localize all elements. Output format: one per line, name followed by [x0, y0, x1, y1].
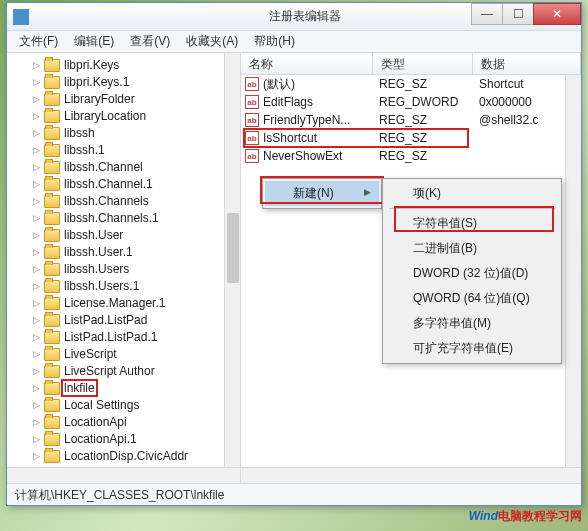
list-scrollbar[interactable] — [565, 75, 581, 467]
menu-fav[interactable]: 收藏夹(A) — [180, 31, 244, 52]
folder-icon — [44, 195, 60, 208]
expand-icon[interactable]: ▷ — [31, 400, 42, 411]
tree-item[interactable]: ▷LocationDisp.CivicAddr — [31, 448, 240, 464]
tree-item[interactable]: ▷libssh — [31, 125, 240, 141]
list-row[interactable]: ab(默认)REG_SZShortcut — [241, 75, 581, 93]
expand-icon[interactable]: ▷ — [31, 179, 42, 190]
menu-view[interactable]: 查看(V) — [124, 31, 176, 52]
menu-item-new[interactable]: 新建(N) ▶ — [265, 181, 379, 206]
tree-item[interactable]: ▷LocationApi.1 — [31, 431, 240, 447]
expand-icon[interactable]: ▷ — [31, 298, 42, 309]
reg-string-icon: ab — [245, 131, 259, 145]
expand-icon[interactable]: ▷ — [31, 111, 42, 122]
expand-icon[interactable]: ▷ — [31, 162, 42, 173]
tree-hscrollbar[interactable] — [7, 467, 240, 483]
submenu-item[interactable]: DWORD (32 位)值(D) — [385, 261, 559, 286]
expand-icon[interactable]: ▷ — [31, 281, 42, 292]
folder-icon — [44, 144, 60, 157]
expand-icon[interactable]: ▷ — [31, 77, 42, 88]
menu-help[interactable]: 帮助(H) — [248, 31, 301, 52]
titlebar[interactable]: 注册表编辑器 — ☐ ✕ — [7, 3, 581, 31]
folder-icon — [44, 229, 60, 242]
submenu-item[interactable]: QWORD (64 位)值(Q) — [385, 286, 559, 311]
expand-icon[interactable]: ▷ — [31, 451, 42, 462]
tree-item[interactable]: ▷libssh.Users — [31, 261, 240, 277]
tree-item[interactable]: ▷libssh.Channel.1 — [31, 176, 240, 192]
expand-icon[interactable]: ▷ — [31, 145, 42, 156]
row-type: REG_SZ — [379, 77, 479, 91]
tree-item[interactable]: ▷libssh.Channels.1 — [31, 210, 240, 226]
tree-item[interactable]: ▷libssh.User.1 — [31, 244, 240, 260]
tree-item[interactable]: ▷libpri.Keys — [31, 57, 240, 73]
submenu-item[interactable]: 二进制值(B) — [385, 236, 559, 261]
submenu-item[interactable]: 字符串值(S) — [385, 211, 559, 236]
list-row[interactable]: abNeverShowExtREG_SZ — [241, 147, 581, 165]
list-row[interactable]: abFriendlyTypeN...REG_SZ@shell32.c — [241, 111, 581, 129]
statusbar: 计算机\HKEY_CLASSES_ROOT\lnkfile — [7, 483, 581, 505]
tree-item[interactable]: ▷LiveScript — [31, 346, 240, 362]
tree-scrollbar[interactable] — [224, 53, 240, 483]
tree-item[interactable]: ▷License.Manager.1 — [31, 295, 240, 311]
close-button[interactable]: ✕ — [533, 3, 581, 25]
col-name[interactable]: 名称 — [241, 53, 373, 74]
expand-icon[interactable]: ▷ — [31, 366, 42, 377]
menubar: 文件(F) 编辑(E) 查看(V) 收藏夹(A) 帮助(H) — [7, 31, 581, 53]
expand-icon[interactable]: ▷ — [31, 247, 42, 258]
tree-item[interactable]: ▷libpri.Keys.1 — [31, 74, 240, 90]
expand-icon[interactable]: ▷ — [31, 196, 42, 207]
expand-icon[interactable]: ▷ — [31, 213, 42, 224]
tree-item[interactable]: ▷lnkfile — [31, 380, 240, 396]
submenu-item[interactable]: 多字符串值(M) — [385, 311, 559, 336]
tree-item-label: libssh.Users — [64, 262, 129, 276]
tree-item-label: LiveScript Author — [64, 364, 155, 378]
expand-icon[interactable]: ▷ — [31, 264, 42, 275]
tree-item[interactable]: ▷libssh.Channel — [31, 159, 240, 175]
submenu-item[interactable]: 项(K) — [385, 181, 559, 206]
expand-icon[interactable]: ▷ — [31, 128, 42, 139]
tree-item[interactable]: ▷ListPad.ListPad — [31, 312, 240, 328]
reg-string-icon: ab — [245, 149, 259, 163]
folder-icon — [44, 212, 60, 225]
tree-item-label: LiveScript — [64, 347, 117, 361]
context-submenu[interactable]: 项(K)字符串值(S)二进制值(B)DWORD (32 位)值(D)QWORD … — [382, 178, 562, 364]
expand-icon[interactable]: ▷ — [31, 349, 42, 360]
tree-item[interactable]: ▷libssh.User — [31, 227, 240, 243]
tree-item[interactable]: ▷LiveScript Author — [31, 363, 240, 379]
list-row[interactable]: abEditFlagsREG_DWORD0x000000 — [241, 93, 581, 111]
maximize-button[interactable]: ☐ — [502, 3, 534, 25]
expand-icon[interactable]: ▷ — [31, 230, 42, 241]
menu-file[interactable]: 文件(F) — [13, 31, 64, 52]
list-hscrollbar[interactable] — [241, 467, 581, 483]
tree-item[interactable]: ▷libssh.Channels — [31, 193, 240, 209]
tree-item-label: LocationDisp.CivicAddr — [64, 449, 188, 463]
expand-icon[interactable]: ▷ — [31, 94, 42, 105]
tree-item-label: LibraryLocation — [64, 109, 146, 123]
tree-item[interactable]: ▷libssh.1 — [31, 142, 240, 158]
expand-icon[interactable]: ▷ — [31, 60, 42, 71]
col-type[interactable]: 类型 — [373, 53, 473, 74]
tree-item[interactable]: ▷LibraryLocation — [31, 108, 240, 124]
list-row[interactable]: abIsShortcutREG_SZ — [241, 129, 581, 147]
folder-icon — [44, 314, 60, 327]
expand-icon[interactable]: ▷ — [31, 417, 42, 428]
minimize-button[interactable]: — — [471, 3, 503, 25]
expand-icon[interactable]: ▷ — [31, 383, 42, 394]
expand-icon[interactable]: ▷ — [31, 332, 42, 343]
context-menu-new[interactable]: 新建(N) ▶ — [262, 178, 382, 209]
expand-icon[interactable]: ▷ — [31, 434, 42, 445]
tree-item[interactable]: ▷LocationApi — [31, 414, 240, 430]
menu-edit[interactable]: 编辑(E) — [68, 31, 120, 52]
tree-item[interactable]: ▷Local Settings — [31, 397, 240, 413]
expand-icon[interactable]: ▷ — [31, 315, 42, 326]
tree-pane[interactable]: ▷libpri.Keys▷libpri.Keys.1▷LibraryFolder… — [7, 53, 241, 483]
tree-item[interactable]: ▷libssh.Users.1 — [31, 278, 240, 294]
list-header[interactable]: 名称 类型 数据 — [241, 53, 581, 75]
folder-icon — [44, 416, 60, 429]
tree-item[interactable]: ▷ListPad.ListPad.1 — [31, 329, 240, 345]
tree-item-label: LocationApi — [64, 415, 127, 429]
tree-item-label: libssh.User.1 — [64, 245, 133, 259]
tree-item[interactable]: ▷LibraryFolder — [31, 91, 240, 107]
folder-icon — [44, 127, 60, 140]
submenu-item[interactable]: 可扩充字符串值(E) — [385, 336, 559, 361]
col-data[interactable]: 数据 — [473, 53, 581, 74]
